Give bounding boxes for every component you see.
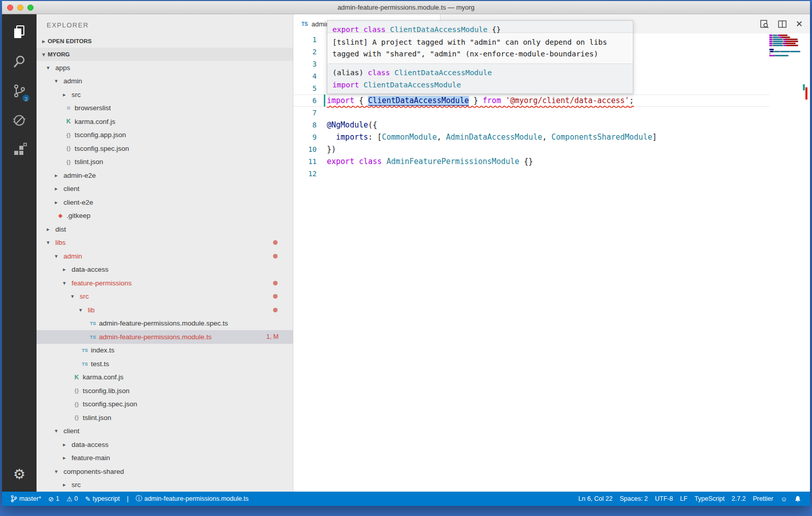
tree-item-lib[interactable]: ▾lib — [37, 303, 293, 317]
hover-alias: (alias) class ClientDataAccessModuleimpo… — [327, 64, 633, 93]
status-label: | — [127, 495, 128, 502]
ts-file-icon: TS — [88, 320, 97, 326]
code-line-9[interactable]: 9 imports: [CommonModule, AdminDataAcces… — [293, 131, 769, 143]
close-icon[interactable]: ✕ — [796, 19, 803, 29]
tree-item-test.ts[interactable]: TStest.ts — [37, 357, 293, 371]
hover-tooltip: export class ClientDataAccessModule {} [… — [327, 20, 633, 94]
open-preview-icon[interactable] — [760, 20, 769, 28]
tree-item-src[interactable]: ▾src — [37, 290, 293, 304]
activity-explorer[interactable] — [2, 18, 37, 48]
status-error-count[interactable]: ⊘1 — [45, 492, 63, 506]
status-warning-count[interactable]: ⚠0 — [63, 492, 82, 506]
code-line-7[interactable]: 7 — [293, 107, 769, 119]
titlebar: admin-feature-permissions.module.ts — my… — [2, 1, 810, 14]
tree-item-label: admin-e2e — [63, 172, 96, 179]
status-indentation[interactable]: Spaces: 2 — [616, 492, 652, 506]
tree-item-dist[interactable]: ▸dist — [37, 222, 293, 236]
tree-item-components-shared[interactable]: ▾components-shared — [37, 465, 293, 478]
status-language-mode[interactable]: TypeScript — [691, 492, 728, 506]
status-encoding[interactable]: UTF-8 — [652, 492, 676, 506]
split-editor-icon[interactable] — [778, 20, 787, 28]
chevron-down-icon: ▾ — [55, 78, 62, 84]
open-editors-header[interactable]: ▸ OPEN EDITORS — [37, 35, 293, 48]
tree-item-data-access[interactable]: ▸data-access — [37, 263, 293, 277]
minimize-window-button[interactable] — [17, 5, 23, 11]
tree-item-tsconfig.spec.json[interactable]: {}tsconfig.spec.json — [37, 142, 293, 155]
status-feedback[interactable]: ☺ — [777, 492, 791, 506]
activity-source-control[interactable]: 3 — [2, 77, 37, 107]
ts-file-icon: TS — [88, 334, 97, 340]
close-window-button[interactable] — [7, 5, 13, 11]
tree-item-client-e2e[interactable]: ▸client-e2e — [37, 196, 293, 209]
tree-item-feature-main[interactable]: ▸feature-main — [37, 452, 293, 465]
workspace-root-header[interactable]: ▾ MYORG — [37, 48, 293, 61]
chevron-down-icon: ▾ — [55, 428, 62, 434]
ts-file-icon: TS — [80, 361, 89, 367]
tree-item-label: client-e2e — [63, 199, 93, 206]
tree-item-feature-permissions[interactable]: ▾feature-permissions — [37, 276, 293, 290]
minimap[interactable] — [769, 35, 801, 59]
line-number: 12 — [293, 168, 317, 180]
status-tslint-status[interactable]: ✎typescript — [82, 492, 123, 506]
tree-item-karma.conf.js[interactable]: Kkarma.conf.js — [37, 115, 293, 128]
tree-item-tsconfig.lib.json[interactable]: {}tsconfig.lib.json — [37, 384, 293, 398]
warning-icon: ⚠ — [66, 495, 73, 503]
status-formatter[interactable]: Prettier — [749, 492, 776, 506]
activity-debug[interactable] — [2, 107, 37, 136]
code-line-11[interactable]: 11export class AdminFeaturePermissionsMo… — [293, 155, 769, 168]
tree-item-admin[interactable]: ▾admin — [37, 249, 293, 263]
code-line-10[interactable]: 10}) — [293, 143, 769, 155]
tree-item-label: index.ts — [91, 346, 115, 354]
tree-item-label: feature-main — [72, 454, 110, 462]
activity-search[interactable] — [2, 48, 37, 77]
status-git-branch[interactable]: master* — [7, 492, 45, 506]
code-line-6[interactable]: 6import { ClientDataAccessModule } from … — [293, 94, 769, 107]
modified-dot — [273, 254, 278, 259]
tree-item-admin-feature-permissions.module.ts[interactable]: TSadmin-feature-permissions.module.ts1, … — [37, 330, 293, 344]
tree-item-apps[interactable]: ▾apps — [37, 61, 293, 75]
tree-item-label: feature-permissions — [72, 279, 132, 287]
tree-item-tslint.json[interactable]: {}tslint.json — [37, 411, 293, 425]
tree-item-karma.conf.js[interactable]: Kkarma.conf.js — [37, 371, 293, 384]
code-line-8[interactable]: 8@NgModule({ — [293, 119, 769, 131]
tree-item-libs[interactable]: ▾libs — [37, 236, 293, 250]
settings-gear-icon[interactable]: ⚙ — [13, 466, 25, 482]
tree-item-src[interactable]: ▸src — [37, 88, 293, 102]
error-icon: ⊘ — [48, 495, 54, 503]
tree-item-label: test.ts — [91, 360, 109, 368]
status-eol[interactable]: LF — [676, 492, 691, 506]
status-typescript-version[interactable]: 2.7.2 — [728, 492, 750, 506]
open-editors-label: OPEN EDITORS — [48, 38, 92, 44]
line-number: 6 — [293, 94, 317, 107]
activity-extensions[interactable] — [2, 136, 37, 166]
tree-item-label: libs — [55, 239, 65, 246]
tree-item-admin[interactable]: ▾admin — [37, 75, 293, 88]
tree-item-label: .gitkeep — [66, 212, 90, 219]
tree-item-tslint.json[interactable]: {}tslint.json — [37, 155, 293, 169]
zoom-window-button[interactable] — [27, 5, 33, 11]
bell-icon — [794, 495, 801, 503]
status-cursor-position[interactable]: Ln 6, Col 22 — [575, 492, 616, 506]
code-line-12[interactable]: 12 — [293, 168, 769, 180]
status-notifications[interactable] — [791, 492, 805, 506]
tree-item-.gitkeep[interactable]: ◆.gitkeep — [37, 209, 293, 223]
ts-file-icon: TS — [80, 347, 89, 353]
tree-item-browserslist[interactable]: ≡browserslist — [37, 102, 293, 115]
activity-bar: 3 — [2, 14, 37, 492]
chevron-down-icon: ▾ — [55, 253, 62, 260]
tree-item-src[interactable]: ▸src — [37, 478, 293, 492]
tree-item-tsconfig.app.json[interactable]: {}tsconfig.app.json — [37, 128, 293, 142]
problems-badge: 1, M — [266, 333, 279, 340]
error-squiggle: import { ClientDataAccessModule } from '… — [327, 96, 634, 105]
tree-item-client[interactable]: ▸client — [37, 182, 293, 196]
tree-item-admin-e2e[interactable]: ▸admin-e2e — [37, 169, 293, 182]
tree-item-client[interactable]: ▾client — [37, 425, 293, 438]
tree-item-admin-feature-permissions.module.spec.ts[interactable]: TSadmin-feature-permissions.module.spec.… — [37, 317, 293, 331]
tree-item-data-access[interactable]: ▸data-access — [37, 438, 293, 452]
tree-item-index.ts[interactable]: TSindex.ts — [37, 344, 293, 358]
tree-item-label: admin — [63, 252, 82, 260]
tree-item-tsconfig.spec.json[interactable]: {}tsconfig.spec.json — [37, 398, 293, 411]
json-file-icon: {} — [72, 414, 81, 421]
status-active-file-info[interactable]: ⓘadmin-feature-permissions.module.ts — [132, 492, 252, 506]
tree-item-label: data-access — [72, 266, 109, 273]
